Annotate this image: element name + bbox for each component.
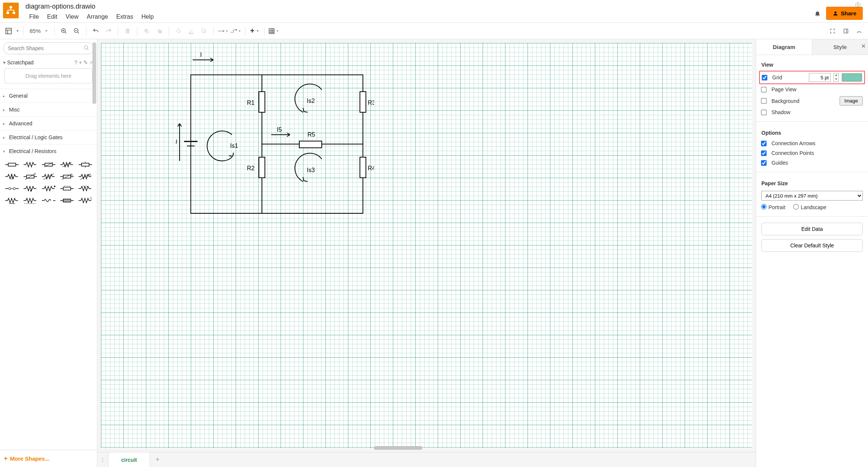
- page-tabs: ⋮ circuit +: [97, 452, 756, 467]
- shape-resistor-17[interactable]: [21, 196, 39, 205]
- menu-view[interactable]: View: [62, 11, 82, 22]
- guides-checkbox[interactable]: [761, 160, 767, 166]
- zoom-out-button[interactable]: [71, 25, 82, 37]
- menu-arrange[interactable]: Arrange: [83, 11, 112, 22]
- shape-resistor-12[interactable]: [21, 184, 39, 193]
- close-icon[interactable]: ✕: [861, 43, 866, 49]
- shadow-checkbox[interactable]: [761, 110, 767, 115]
- scratchpad-edit-icon[interactable]: ✎: [83, 59, 88, 65]
- shape-resistor-5[interactable]: [76, 160, 94, 169]
- tab-style[interactable]: Style ✕: [812, 39, 868, 55]
- delete-button[interactable]: [122, 25, 133, 37]
- shape-resistor-11[interactable]: [3, 184, 21, 193]
- clear-style-button[interactable]: Clear Default Style: [761, 239, 863, 252]
- svg-text:Is2: Is2: [307, 98, 315, 104]
- svg-text:I: I: [200, 52, 202, 58]
- view-mode-button[interactable]: [3, 25, 14, 37]
- zoom-level[interactable]: 85% ▼: [27, 28, 51, 34]
- background-checkbox[interactable]: [761, 98, 767, 104]
- undo-button[interactable]: [90, 25, 101, 37]
- edit-data-button[interactable]: Edit Data: [761, 223, 863, 235]
- shape-resistor-13[interactable]: [40, 184, 57, 193]
- tab-diagram[interactable]: Diagram: [756, 39, 812, 55]
- scratchpad-help-icon[interactable]: ?: [74, 59, 77, 65]
- svg-rect-12: [189, 33, 193, 34]
- format-panel-toggle[interactable]: [840, 25, 852, 37]
- group-logic-gates[interactable]: ▸Electrical / Logic Gates: [0, 130, 97, 144]
- app-logo[interactable]: [3, 3, 19, 18]
- shape-resistor-8[interactable]: [40, 172, 57, 181]
- scratchpad-toggle[interactable]: ▾: [3, 59, 6, 65]
- svg-text:R3: R3: [368, 100, 374, 106]
- shape-resistor-20[interactable]: [76, 196, 94, 205]
- shape-resistor-4[interactable]: [58, 160, 76, 169]
- table-button[interactable]: ▼: [268, 25, 279, 37]
- group-general[interactable]: ▸General: [0, 89, 97, 103]
- shadow-button[interactable]: [198, 25, 210, 37]
- share-button[interactable]: Share: [826, 7, 863, 20]
- pageview-checkbox[interactable]: [761, 87, 767, 92]
- fullscreen-button[interactable]: [827, 25, 838, 37]
- shape-resistor-3[interactable]: [40, 160, 57, 169]
- shape-resistor-2[interactable]: [21, 160, 39, 169]
- background-image-button[interactable]: Image: [840, 96, 863, 106]
- circuit-diagram[interactable]: I U: [176, 49, 374, 228]
- svg-rect-14: [269, 28, 275, 34]
- landscape-radio[interactable]: [793, 204, 799, 210]
- collapse-button[interactable]: ︽: [854, 25, 865, 37]
- menu-help[interactable]: Help: [138, 11, 158, 22]
- fill-color-button[interactable]: [173, 25, 184, 37]
- grid-size-input[interactable]: [809, 73, 831, 82]
- group-advanced[interactable]: ▸Advanced: [0, 116, 97, 130]
- line-color-button[interactable]: [186, 25, 197, 37]
- shape-resistor-6[interactable]: [3, 172, 21, 181]
- to-front-button[interactable]: [141, 25, 152, 37]
- shape-resistor-7[interactable]: [21, 172, 39, 181]
- to-back-button[interactable]: [154, 25, 165, 37]
- connection-button[interactable]: ▼: [217, 25, 229, 37]
- waypoint-button[interactable]: ▼: [230, 25, 241, 37]
- globe-icon[interactable]: [855, 1, 861, 8]
- svg-rect-36: [360, 157, 366, 178]
- svg-point-22: [9, 187, 11, 190]
- portrait-radio[interactable]: [761, 204, 767, 210]
- search-input[interactable]: [3, 42, 94, 54]
- menu-edit[interactable]: Edit: [43, 11, 61, 22]
- svg-rect-4: [6, 28, 12, 34]
- grid-checkbox[interactable]: [762, 75, 767, 80]
- more-shapes-button[interactable]: +More Shapes...: [0, 450, 97, 467]
- shape-resistor-15[interactable]: [76, 184, 94, 193]
- shape-resistor-10[interactable]: [76, 172, 94, 181]
- scratchpad-dropzone[interactable]: Drag elements here: [4, 68, 92, 83]
- menu-extras[interactable]: Extras: [113, 11, 137, 22]
- shape-resistor-19[interactable]: [58, 196, 76, 205]
- grid-color-swatch[interactable]: [842, 73, 862, 82]
- svg-text:R4: R4: [368, 165, 374, 171]
- document-title[interactable]: diagram-options.drawio: [25, 1, 814, 11]
- conn-points-checkbox[interactable]: [761, 150, 767, 156]
- shape-resistor-1[interactable]: [3, 160, 21, 169]
- paper-size-select[interactable]: A4 (210 mm x 297 mm): [761, 191, 863, 201]
- scratchpad-add-icon[interactable]: +: [79, 59, 82, 65]
- canvas-scrollbar-horizontal[interactable]: [97, 446, 756, 451]
- shape-resistor-14[interactable]: [58, 184, 76, 193]
- svg-rect-13: [202, 29, 205, 32]
- page-menu-icon[interactable]: ⋮: [97, 452, 109, 467]
- conn-arrows-checkbox[interactable]: [761, 141, 767, 146]
- menu-file[interactable]: File: [25, 11, 43, 22]
- sidebar-scrollbar[interactable]: [92, 42, 97, 155]
- grid-size-stepper[interactable]: ▲▼: [834, 73, 839, 82]
- insert-button[interactable]: +▼: [249, 25, 260, 37]
- format-panel: Diagram Style ✕ View Grid ▲▼ Page View B…: [756, 39, 868, 467]
- group-resistors[interactable]: ▾Electrical / Resistors: [0, 144, 97, 158]
- notifications-icon[interactable]: [814, 10, 821, 17]
- shape-resistor-18[interactable]: [40, 196, 57, 205]
- group-misc[interactable]: ▸Misc: [0, 103, 97, 116]
- zoom-in-button[interactable]: [58, 25, 70, 37]
- page-tab-circuit[interactable]: circuit: [109, 452, 150, 467]
- redo-button[interactable]: [103, 25, 114, 37]
- shape-resistor-9[interactable]: [58, 172, 76, 181]
- svg-text:R1: R1: [247, 100, 255, 106]
- shape-resistor-16[interactable]: [3, 196, 21, 205]
- add-page-button[interactable]: +: [150, 452, 165, 467]
